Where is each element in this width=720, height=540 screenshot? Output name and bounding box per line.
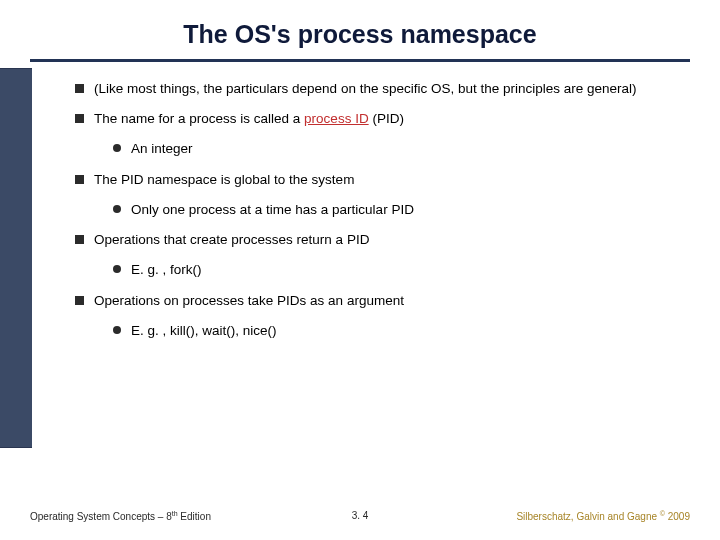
square-bullet-icon xyxy=(75,84,84,93)
bullet-2: The name for a process is called a proce… xyxy=(75,110,680,128)
footer-right: Silberschatz, Galvin and Gagne © 2009 xyxy=(516,510,690,522)
bullet-2-1: An integer xyxy=(113,140,690,158)
bullet-5-1-text: E. g. , kill(), wait(), nice() xyxy=(131,322,690,340)
slide: The OS's process namespace (Like most th… xyxy=(0,0,720,540)
bullet-4: Operations that create processes return … xyxy=(75,231,680,249)
slide-content: (Like most things, the particulars depen… xyxy=(75,80,690,340)
circle-bullet-icon xyxy=(113,144,121,152)
bullet-2-1-text: An integer xyxy=(131,140,690,158)
bullet-5-1: E. g. , kill(), wait(), nice() xyxy=(113,322,690,340)
bullet-2-pre: The name for a process is called a xyxy=(94,111,304,126)
bullet-4-1-text: E. g. , fork() xyxy=(131,261,690,279)
square-bullet-icon xyxy=(75,235,84,244)
bullet-1: (Like most things, the particulars depen… xyxy=(75,80,680,98)
bullet-2-text: The name for a process is called a proce… xyxy=(94,110,680,128)
circle-bullet-icon xyxy=(113,326,121,334)
left-accent-bar xyxy=(0,68,32,448)
bullet-5: Operations on processes take PIDs as an … xyxy=(75,292,680,310)
footer-right-pre: Silberschatz, Galvin and Gagne xyxy=(516,511,659,522)
bullet-4-text: Operations that create processes return … xyxy=(94,231,680,249)
bullet-3-text: The PID namespace is global to the syste… xyxy=(94,171,680,189)
bullet-3-1: Only one process at a time has a particu… xyxy=(113,201,690,219)
footer-left-pre: Operating System Concepts – 8 xyxy=(30,511,172,522)
square-bullet-icon xyxy=(75,175,84,184)
footer-center: 3. 4 xyxy=(352,510,369,521)
footer-left: Operating System Concepts – 8th Edition xyxy=(30,510,211,522)
bullet-1-text: (Like most things, the particulars depen… xyxy=(94,80,680,98)
footer-right-post: 2009 xyxy=(665,511,690,522)
bullet-2-highlight: process ID xyxy=(304,111,369,126)
square-bullet-icon xyxy=(75,296,84,305)
slide-footer: Operating System Concepts – 8th Edition … xyxy=(30,510,690,522)
slide-title: The OS's process namespace xyxy=(30,20,690,59)
circle-bullet-icon xyxy=(113,205,121,213)
bullet-4-1: E. g. , fork() xyxy=(113,261,690,279)
bullet-5-text: Operations on processes take PIDs as an … xyxy=(94,292,680,310)
bullet-2-post: (PID) xyxy=(369,111,404,126)
footer-left-post: Edition xyxy=(178,511,211,522)
title-rule xyxy=(30,59,690,62)
circle-bullet-icon xyxy=(113,265,121,273)
square-bullet-icon xyxy=(75,114,84,123)
bullet-3-1-text: Only one process at a time has a particu… xyxy=(131,201,690,219)
bullet-3: The PID namespace is global to the syste… xyxy=(75,171,680,189)
